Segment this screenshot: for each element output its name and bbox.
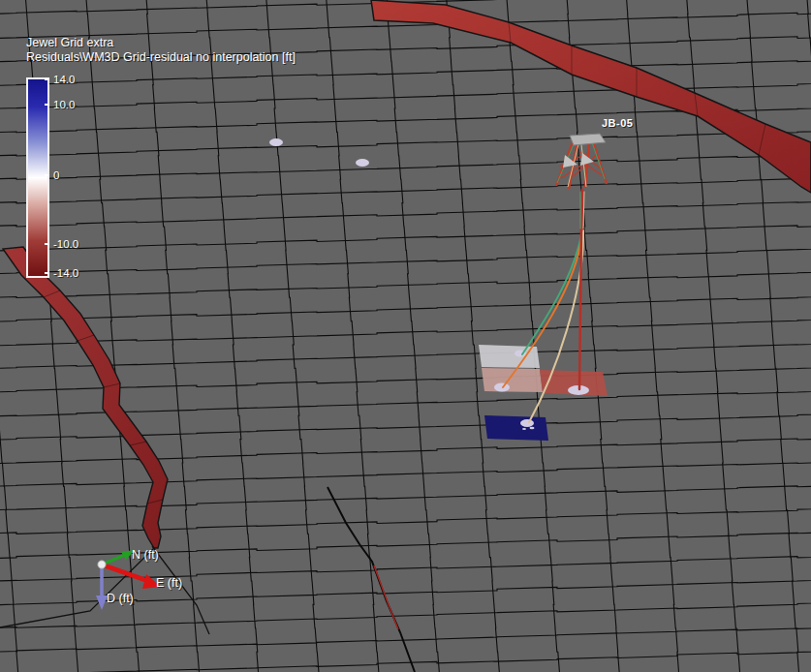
grid-row-line [0,270,811,298]
3d-scene-viewport[interactable]: Jewel Grid extra Residuals\WM3D Grid-res… [0,0,811,672]
grid-row-line [0,294,811,322]
platform-deck [570,134,606,145]
grid-row-line [0,247,811,275]
colorbar-tick-label: -10.0 [53,238,78,250]
grid-column-line [446,0,507,672]
fault-trace-line [152,546,209,634]
colorbar-tick-label: 0 [53,169,59,181]
well-marker [522,428,526,430]
well-marker [520,419,534,427]
grid-column-line [0,0,26,672]
well-path-red [579,230,581,389]
fault-trace-line [0,548,154,627]
grid-column-line [566,0,626,672]
scene-canvas[interactable] [0,0,811,672]
grid-row-line [0,458,811,487]
cell-rose [482,368,543,392]
grid-column-line [145,0,205,672]
grid-row-line [0,482,811,511]
grid-row-line [0,57,811,87]
color-scale-bar [26,77,49,278]
colorbar-tick-label: -14.0 [53,267,78,279]
axis-n-arrowhead [121,550,135,560]
well-path-green [522,230,582,354]
grid-row-line [0,34,811,63]
fault-ribbon-left [3,247,168,548]
grid-row-line [0,176,811,204]
axis-e-arrowhead [142,574,161,589]
grid-row-line [0,506,811,535]
grid-column-line [506,0,567,672]
grid-row-line [0,578,811,606]
grid-column-line [387,0,447,672]
grid-row-line [0,601,811,628]
grid-row-line [0,317,811,347]
grid-row-line [0,199,811,227]
colorbar-tick-mark [45,78,49,80]
fault-trace-central-red [374,565,398,629]
grid-row-line [0,341,811,369]
grid-column-line [746,0,807,672]
well-marker [356,159,369,167]
colorbar-tick-mark [45,104,49,106]
axes-origin-sphere [98,561,106,568]
colorbar-tick-mark [45,243,49,245]
grid-column-line [806,0,811,672]
colorbar-tick-mark [45,174,49,176]
grid-row-line [0,554,811,582]
well-trunk-red [581,190,582,230]
colorbar-tick-label: 14.0 [53,74,75,85]
colorbar-tick-label: 10.0 [53,99,75,110]
cell-navy [484,415,548,441]
well-marker [269,138,283,146]
grid-row-line [0,129,811,157]
well-marker [530,427,535,429]
grid-row-line [0,649,811,672]
grid-row-line [0,364,811,393]
colorbar-tick-mark [45,272,49,274]
grid-row-line [0,152,811,180]
